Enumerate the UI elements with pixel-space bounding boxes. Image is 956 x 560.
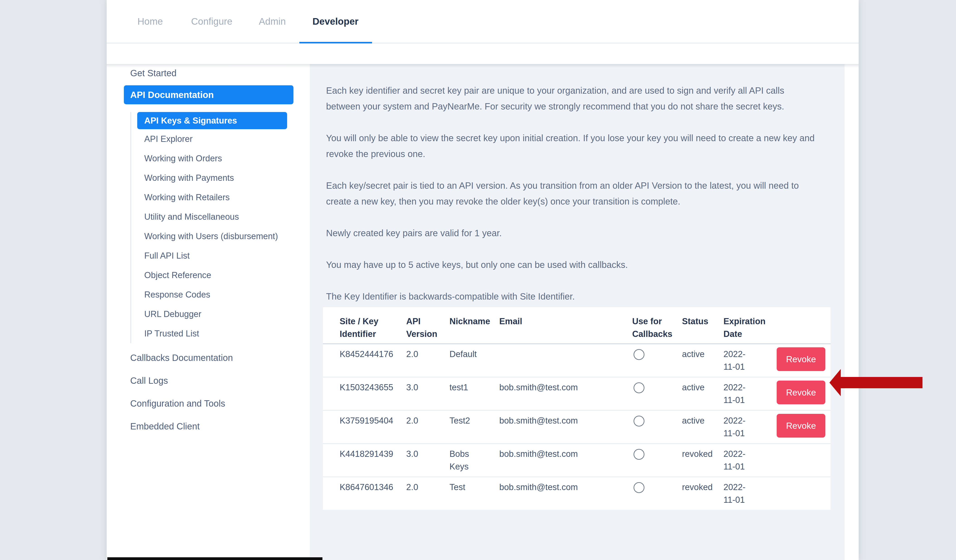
- cell-action: [777, 477, 830, 483]
- cell-expiration-date: 2022-11-01: [723, 444, 761, 477]
- table-header-cell: Nickname: [450, 307, 499, 331]
- revoke-button[interactable]: Revoke: [777, 414, 825, 438]
- cell-expiration-date: 2022-11-01: [723, 344, 761, 377]
- doc-paragraphs: Each key identifier and secret key pair …: [326, 83, 844, 304]
- table-header-cell: Expiration Date: [723, 307, 777, 344]
- cell-use-for-callbacks: [632, 477, 682, 500]
- sidebar-item-get-started[interactable]: Get Started: [107, 67, 310, 78]
- cell-site-key-identifier: K8647601346: [340, 477, 406, 497]
- sidebar-item-api-documentation[interactable]: API Documentation: [124, 85, 294, 104]
- cell-site-key-identifier: K8452444176: [340, 344, 406, 364]
- main-content: Each key identifier and secret key pair …: [310, 64, 844, 560]
- cell-site-key-identifier: K3759195404: [340, 411, 406, 431]
- sidebar-subitem-working-with-users-disbursement[interactable]: Working with Users (disbursement): [131, 226, 310, 246]
- cell-action: [777, 444, 830, 450]
- tab-admin[interactable]: Admin: [259, 0, 286, 43]
- cell-use-for-callbacks: [632, 444, 682, 467]
- cell-email: [499, 344, 632, 351]
- cell-status: active: [682, 344, 723, 364]
- tab-configure[interactable]: Configure: [191, 0, 232, 43]
- cell-nickname: Bobs Keys: [450, 444, 488, 477]
- cell-email: bob.smith@test.com: [499, 477, 632, 497]
- sidebar-subitem-object-reference[interactable]: Object Reference: [131, 265, 310, 285]
- bottom-bar: [107, 557, 322, 560]
- table-row: K86476013462.0Testbob.smith@test.comrevo…: [323, 477, 830, 510]
- api-keys-table: Site / Key IdentifierAPI VersionNickname…: [323, 307, 830, 510]
- cell-api-version: 3.0: [406, 377, 450, 397]
- cell-api-version: 2.0: [406, 411, 450, 431]
- cell-api-version: 3.0: [406, 444, 450, 464]
- cell-site-key-identifier: K1503243655: [340, 377, 406, 397]
- cell-status: revoked: [682, 444, 723, 464]
- cell-status: active: [682, 411, 723, 431]
- doc-paragraph: Each key identifier and secret key pair …: [326, 83, 816, 114]
- cell-expiration-date: 2022-11-01: [723, 377, 761, 410]
- use-for-callbacks-radio[interactable]: [634, 416, 645, 427]
- sidebar-subitem-working-with-payments[interactable]: Working with Payments: [131, 168, 310, 188]
- cell-email: bob.smith@test.com: [499, 411, 632, 431]
- doc-paragraph: You will only be able to view the secret…: [326, 130, 816, 162]
- table-header-cell: Email: [499, 307, 632, 331]
- table-header-row: Site / Key IdentifierAPI VersionNickname…: [323, 307, 830, 344]
- doc-paragraph: You may have up to 5 active keys, but on…: [326, 257, 816, 273]
- doc-paragraph: Each key/secret pair is tied to an API v…: [326, 177, 816, 209]
- cell-use-for-callbacks: [632, 344, 682, 367]
- table-row: K15032436553.0test1bob.smith@test.comact…: [323, 377, 830, 411]
- cell-api-version: 2.0: [406, 344, 450, 364]
- sidebar-subitem-api-explorer[interactable]: API Explorer: [131, 129, 310, 149]
- sidebar-item-callbacks-documentation[interactable]: Callbacks Documentation: [107, 352, 310, 363]
- revoke-button[interactable]: Revoke: [777, 347, 825, 371]
- cell-status: revoked: [682, 477, 723, 497]
- sidebar-subitem-working-with-orders[interactable]: Working with Orders: [131, 149, 310, 168]
- sidebar-subitem-full-api-list[interactable]: Full API List: [131, 246, 310, 265]
- sidebar: Get StartedAPI DocumentationAPI Keys & S…: [107, 44, 310, 560]
- revoke-button[interactable]: Revoke: [777, 381, 825, 404]
- app-window: HomeConfigureAdminDeveloper Get StartedA…: [107, 0, 859, 560]
- cell-nickname: test1: [450, 377, 488, 397]
- table-header-cell: Site / Key Identifier: [340, 307, 406, 344]
- table-header-cell: Status: [682, 307, 723, 331]
- table-row: K37591954042.0Test2bob.smith@test.comact…: [323, 411, 830, 444]
- table-row: K84524441762.0Defaultactive2022-11-01Rev…: [323, 344, 830, 377]
- cell-action: Revoke: [777, 411, 830, 441]
- cell-nickname: Default: [450, 344, 488, 364]
- cell-api-version: 2.0: [406, 477, 450, 497]
- cell-email: bob.smith@test.com: [499, 377, 632, 397]
- tab-home[interactable]: Home: [137, 0, 163, 43]
- top-nav: HomeConfigureAdminDeveloper: [107, 0, 859, 44]
- cell-expiration-date: 2022-11-01: [723, 477, 761, 510]
- sidebar-subitem-working-with-retailers[interactable]: Working with Retailers: [131, 188, 310, 207]
- sidebar-menu: Get StartedAPI DocumentationAPI Keys & S…: [107, 67, 310, 432]
- sidebar-subitem-response-codes[interactable]: Response Codes: [131, 285, 310, 304]
- doc-paragraph: The Key Identifier is backwards-compatib…: [326, 289, 816, 304]
- cell-nickname: Test2: [450, 411, 488, 431]
- cell-action: Revoke: [777, 377, 830, 408]
- cell-expiration-date: 2022-11-01: [723, 411, 761, 443]
- tab-developer[interactable]: Developer: [313, 0, 358, 43]
- use-for-callbacks-radio[interactable]: [634, 449, 645, 460]
- use-for-callbacks-radio[interactable]: [634, 349, 645, 360]
- cell-email: bob.smith@test.com: [499, 444, 632, 464]
- cell-use-for-callbacks: [632, 411, 682, 433]
- sidebar-subitem-utility-and-miscellaneous[interactable]: Utility and Miscellaneous: [131, 207, 310, 226]
- sidebar-subitem-ip-trusted-list[interactable]: IP Trusted List: [131, 324, 310, 343]
- cell-action: Revoke: [777, 344, 830, 374]
- table-row: K44182914393.0Bobs Keysbob.smith@test.co…: [323, 444, 830, 477]
- use-for-callbacks-radio[interactable]: [634, 383, 645, 393]
- sidebar-subitem-api-keys-signatures[interactable]: API Keys & Signatures: [137, 112, 287, 129]
- sidebar-subitem-url-debugger[interactable]: URL Debugger: [131, 304, 310, 324]
- cell-site-key-identifier: K4418291439: [340, 444, 406, 464]
- doc-paragraph: Newly created key pairs are valid for 1 …: [326, 225, 816, 241]
- cell-status: active: [682, 377, 723, 397]
- table-header-cell: Use for Callbacks: [632, 307, 682, 344]
- sidebar-submenu: API Keys & SignaturesAPI ExplorerWorking…: [131, 112, 310, 343]
- sidebar-item-embedded-client[interactable]: Embedded Client: [107, 421, 310, 432]
- table-header-cell: API Version: [406, 307, 450, 344]
- table-header-cell: [777, 307, 830, 318]
- use-for-callbacks-radio[interactable]: [634, 482, 645, 493]
- sidebar-item-call-logs[interactable]: Call Logs: [107, 375, 310, 386]
- cell-use-for-callbacks: [632, 377, 682, 400]
- sidebar-item-configuration-and-tools[interactable]: Configuration and Tools: [107, 398, 310, 409]
- cell-nickname: Test: [450, 477, 488, 497]
